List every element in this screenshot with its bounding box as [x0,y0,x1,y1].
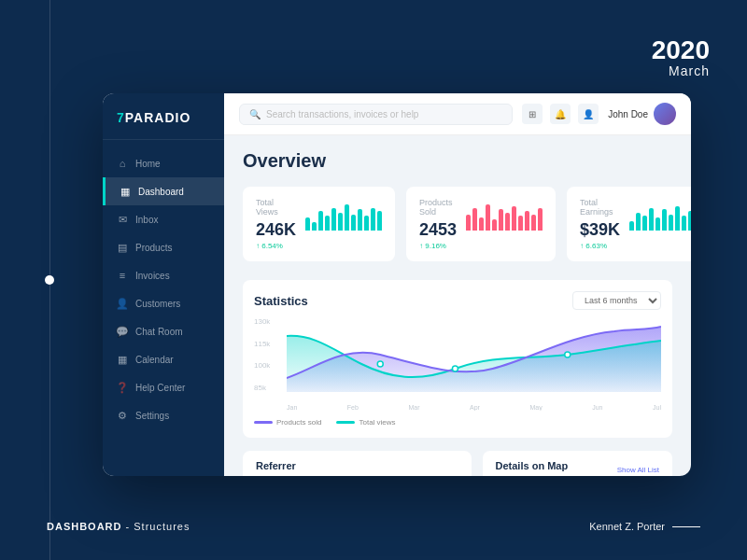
mini-bar [649,208,654,231]
sidebar-item-dashboard[interactable]: ▦ Dashboard [103,177,224,205]
mini-bar [305,217,310,231]
grid-button[interactable]: ⊞ [522,104,543,124]
legend-label-products: Products sold [276,418,321,427]
stat-change-earnings: ↑ 6.63% [580,242,620,250]
mini-bar [655,217,660,231]
map-card: Details on Map Show All List [483,451,672,476]
stats-row: Total Views 246K ↑ 6.54% Products Sold 2… [243,187,672,261]
show-all-link[interactable]: Show All List [617,466,659,474]
sidebar-item-inbox[interactable]: ✉ Inbox [103,205,224,233]
main-content: 🔍 Search transactions, invoices or help … [224,93,691,476]
header-bar: 🔍 Search transactions, invoices or help … [224,93,691,135]
products-icon: ▤ [117,242,128,253]
sidebar-item-products[interactable]: ▤ Products [103,233,224,261]
stat-label-views: Total Views [256,198,296,217]
search-icon: 🔍 [249,109,261,119]
stat-info-products: Products Sold 2453 ↑ 9.16% [419,198,457,250]
sidebar-label-settings: Settings [135,411,169,421]
sidebar-label-invoices: Invoices [135,271,170,281]
stat-info-earnings: Total Earnings $39K ↑ 6.63% [580,198,620,250]
mini-bar [466,215,471,231]
mini-bar [512,206,516,231]
mini-bar [662,209,667,231]
sidebar-item-chat[interactable]: 💬 Chat Room [103,317,224,345]
mini-bars-views [305,198,382,231]
avatar [654,103,676,125]
chart-area: 130k 115k 100k 85k [254,317,661,411]
sidebar-item-invoices[interactable]: ≡ Invoices [103,261,224,289]
dashboard-icon: ▦ [120,186,131,197]
dashboard-window: 7PARADIO ⌂ Home ▦ Dashboard ✉ Inbox ▤ Pr… [103,93,691,476]
header-icons: ⊞ 🔔 👤 [522,104,599,124]
stat-value-earnings: $39K [580,220,620,240]
legend-dot-products [254,421,273,424]
svg-point-1 [452,366,458,371]
mini-bar [325,216,330,231]
chart-filter[interactable]: Last 6 months [572,291,661,310]
mini-bars-earnings [629,198,691,231]
bell-button[interactable]: 🔔 [550,104,571,124]
mini-bar [358,209,362,231]
map-header: Details on Map Show All List [496,460,659,476]
sidebar-nav: ⌂ Home ▦ Dashboard ✉ Inbox ▤ Products ≡ … [103,140,224,476]
mini-bar [629,221,634,231]
sidebar: 7PARADIO ⌂ Home ▦ Dashboard ✉ Inbox ▤ Pr… [103,93,224,476]
chart-title: Statistics [254,294,308,308]
date-label: 2020 March [652,37,710,78]
mini-bar [531,215,536,231]
customers-icon: 👤 [117,298,128,309]
sidebar-item-home[interactable]: ⌂ Home [103,149,224,177]
svg-point-0 [377,361,383,367]
settings-icon: ⚙ [117,410,128,421]
mini-bar [486,204,490,231]
mini-bar [312,222,317,231]
mini-bar [642,216,647,231]
mini-bar [636,213,641,231]
search-placeholder: Search transactions, invoices or help [266,109,418,119]
sidebar-item-help[interactable]: ❓ Help Center [103,373,224,401]
stat-label-earnings: Total Earnings [580,198,620,217]
mini-bar [472,208,477,231]
user-button[interactable]: 👤 [578,104,599,124]
stat-card-earnings: Total Earnings $39K ↑ 6.63% [567,187,691,261]
mini-bar [675,206,680,231]
mini-bar [345,204,349,231]
stat-change-views: ↑ 6.54% [256,242,296,250]
legend-dot-views [336,421,355,424]
calendar-icon: ▦ [117,354,128,365]
year-label: 2020 [652,37,710,63]
logo-accent: 7 [117,110,125,125]
sidebar-label-home: Home [135,159,161,169]
legend-item-products: Products sold [254,418,321,427]
sidebar-item-settings[interactable]: ⚙ Settings [103,401,224,429]
stat-label-products: Products Sold [419,198,457,217]
mini-bar [492,219,497,231]
user-name: John Doe [608,109,648,119]
mini-bar [505,213,510,231]
referrer-title: Referrer [256,460,458,471]
decorative-line [672,526,700,527]
mini-bar [318,211,323,231]
legend-item-views: Total views [336,418,395,427]
chat-icon: 💬 [117,326,128,337]
sidebar-label-customers: Customers [135,299,180,309]
bottom-right-label: Kennet Z. Porter [589,521,700,532]
mini-bar [364,216,369,231]
search-box[interactable]: 🔍 Search transactions, invoices or help [239,104,513,125]
timeline-dot [45,275,54,285]
sidebar-item-calendar[interactable]: ▦ Calendar [103,345,224,373]
bottom-left-label: DASHBOARD - Structures [47,521,190,532]
mini-bar [682,216,686,231]
sidebar-label-inbox: Inbox [135,215,158,225]
sidebar-item-customers[interactable]: 👤 Customers [103,289,224,317]
chart-y-labels: 130k 115k 100k 85k [254,317,282,392]
mini-bar [371,208,375,231]
home-icon: ⌂ [117,158,128,169]
chart-x-labels: Jan Feb Mar Apr May Jun Jul [287,404,661,411]
mini-bar [338,213,343,231]
svg-point-2 [565,352,571,357]
stat-value-views: 246K [256,220,296,240]
invoices-icon: ≡ [117,270,128,281]
stat-change-products: ↑ 9.16% [419,242,457,250]
chart-section-header: Statistics Last 6 months [254,291,661,310]
